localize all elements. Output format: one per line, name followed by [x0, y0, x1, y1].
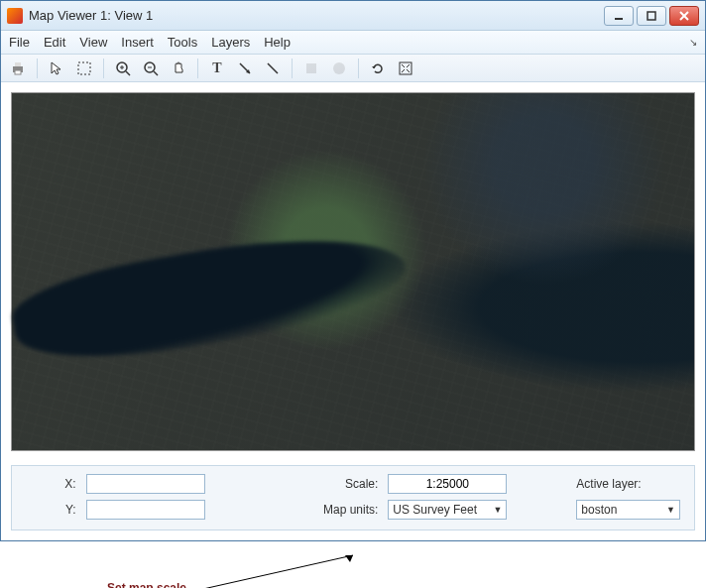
- active-layer-label: Active layer:: [576, 477, 680, 491]
- annotation-arrow-icon: [194, 553, 363, 588]
- app-icon: [7, 8, 23, 24]
- menu-view[interactable]: View: [79, 35, 107, 50]
- region-icon: [303, 60, 319, 76]
- minimize-icon: [614, 11, 624, 21]
- region-button[interactable]: [300, 58, 322, 79]
- dock-toggle-icon[interactable]: ↘: [689, 37, 697, 48]
- line-icon: [265, 60, 281, 76]
- svg-line-16: [268, 63, 278, 73]
- toolbar: T: [1, 55, 705, 82]
- zoom-in-button[interactable]: [112, 58, 134, 79]
- marquee-icon: [76, 60, 92, 76]
- hand-icon: [171, 60, 186, 76]
- map-units-combo[interactable]: US Survey Feet ▼: [388, 500, 507, 520]
- map-area: [1, 82, 705, 457]
- menubar: File Edit View Insert Tools Layers Help …: [1, 31, 705, 55]
- arrow-icon: [237, 60, 253, 76]
- pan-button[interactable]: [168, 58, 189, 79]
- svg-line-13: [154, 71, 158, 75]
- select-button[interactable]: [46, 58, 67, 79]
- cursor-icon: [49, 60, 64, 76]
- menu-tools[interactable]: Tools: [168, 35, 197, 50]
- map-canvas-frame: [11, 92, 695, 451]
- map-units-value: US Survey Feet: [393, 503, 477, 517]
- refresh-button[interactable]: [367, 58, 389, 79]
- globe-icon: [331, 60, 347, 76]
- zoom-out-icon: [143, 60, 159, 76]
- svg-line-23: [407, 69, 410, 72]
- y-label: Y:: [26, 503, 76, 517]
- fit-button[interactable]: [395, 58, 416, 79]
- menu-help[interactable]: Help: [264, 35, 291, 50]
- refresh-icon: [370, 60, 386, 76]
- svg-rect-17: [306, 63, 316, 73]
- x-field[interactable]: [86, 474, 205, 494]
- svg-rect-1: [647, 12, 655, 20]
- print-button[interactable]: [7, 58, 29, 79]
- y-field[interactable]: [86, 500, 205, 520]
- line-button[interactable]: [262, 58, 284, 79]
- close-button[interactable]: [669, 6, 699, 26]
- maximize-icon: [647, 11, 656, 21]
- globe-button[interactable]: [328, 58, 350, 79]
- print-icon: [10, 60, 26, 76]
- maximize-button[interactable]: [637, 6, 666, 26]
- svg-line-21: [407, 64, 410, 67]
- svg-line-22: [402, 69, 405, 72]
- marquee-button[interactable]: [73, 58, 95, 79]
- scale-label: Scale:: [285, 477, 379, 491]
- map-canvas[interactable]: [12, 93, 694, 450]
- active-layer-value: boston: [581, 503, 617, 517]
- svg-marker-25: [345, 555, 353, 562]
- arrow-button[interactable]: [234, 58, 256, 79]
- svg-rect-19: [400, 62, 412, 74]
- window-buttons: [604, 6, 699, 26]
- zoom-out-button[interactable]: [140, 58, 162, 79]
- svg-line-24: [194, 555, 353, 588]
- svg-rect-7: [78, 62, 90, 74]
- chevron-down-icon: ▼: [666, 505, 675, 515]
- text-icon: T: [212, 60, 221, 76]
- x-label: X:: [26, 477, 76, 491]
- menu-edit[interactable]: Edit: [44, 35, 65, 50]
- svg-line-9: [126, 71, 130, 75]
- annotation-text: Set map scale.: [107, 581, 189, 588]
- svg-line-20: [402, 64, 405, 67]
- menu-layers[interactable]: Layers: [211, 35, 250, 50]
- active-layer-combo[interactable]: boston ▼: [576, 500, 680, 520]
- svg-point-18: [333, 62, 345, 74]
- map-units-label: Map units:: [285, 503, 379, 517]
- app-window: Map Viewer 1: View 1 File Edit View Inse…: [0, 0, 706, 541]
- minimize-button[interactable]: [604, 6, 634, 26]
- svg-rect-5: [15, 62, 21, 66]
- close-icon: [679, 11, 689, 21]
- scale-field[interactable]: [388, 474, 507, 494]
- window-title: Map Viewer 1: View 1: [29, 8, 604, 23]
- chevron-down-icon: ▼: [493, 505, 502, 515]
- text-button[interactable]: T: [206, 58, 228, 79]
- fit-icon: [398, 60, 413, 76]
- status-panel: X: Scale: Active layer: Y: Map units: US…: [11, 465, 695, 530]
- menu-insert[interactable]: Insert: [121, 35, 154, 50]
- annotation: Set map scale.: [0, 541, 706, 588]
- titlebar: Map Viewer 1: View 1: [1, 1, 705, 31]
- zoom-in-icon: [115, 60, 131, 76]
- menu-file[interactable]: File: [9, 35, 30, 50]
- svg-rect-6: [15, 70, 21, 74]
